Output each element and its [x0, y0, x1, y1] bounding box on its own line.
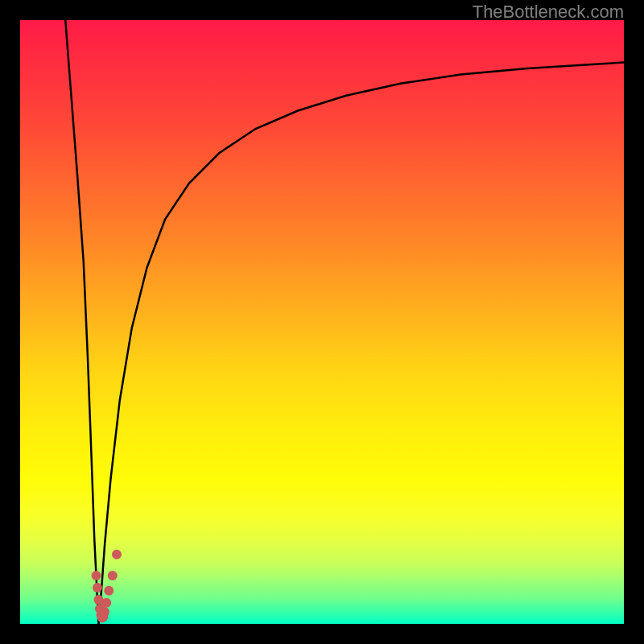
- curve-right-branch: [99, 63, 625, 625]
- data-dot: [101, 598, 111, 608]
- data-dot: [93, 583, 102, 592]
- data-dot: [104, 586, 114, 596]
- data-dot: [112, 550, 122, 559]
- data-dot: [92, 571, 101, 580]
- chart-container: TheBottleneck.com: [0, 0, 644, 644]
- data-dot: [100, 607, 109, 617]
- plot-area: [20, 20, 624, 624]
- chart-svg: [20, 20, 624, 624]
- data-dot: [108, 571, 118, 580]
- curve-left-branch: [65, 20, 98, 624]
